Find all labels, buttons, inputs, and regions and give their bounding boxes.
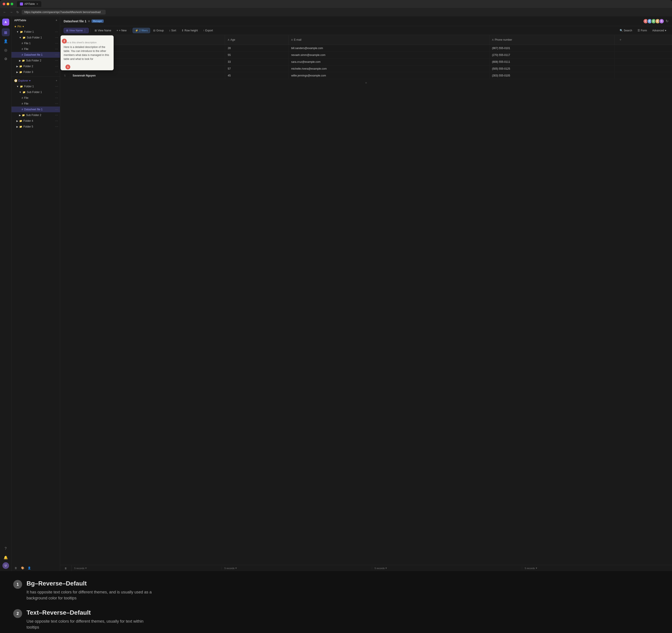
status-section-4[interactable]: 5 records ▾ <box>522 567 672 569</box>
sidebar-icon-globe[interactable]: ◎ <box>2 46 10 54</box>
sidebar-icon-people[interactable]: 👤 <box>2 37 10 45</box>
explorer-subfolder-1[interactable]: ▼ 📁 Sub Folder 1 ⋯ <box>11 89 60 95</box>
table-row[interactable]: 2 Robert Fox 55 nevaeh.simm@example.com … <box>60 52 672 58</box>
explorer-add-btn[interactable]: + <box>56 79 57 82</box>
sidebar-icon-settings[interactable]: ⚙ <box>2 55 10 63</box>
tree-subfolder-1[interactable]: ▼ 📁 Sub Folder 1 ⋯ <box>11 35 60 41</box>
tree-folder-2[interactable]: ▶ 📁 Folder 2 ⋯ <box>11 64 60 69</box>
more-icon[interactable]: ⋯ <box>55 59 58 62</box>
status-section-2[interactable]: 5 records ▾ <box>222 567 372 569</box>
refresh-icon[interactable]: ↻ <box>666 19 669 23</box>
sort-btn[interactable]: ↕ Sort <box>167 28 178 33</box>
status-section-3[interactable]: 5 records ▾ <box>372 567 522 569</box>
refresh-btn[interactable]: ↻ <box>16 10 20 15</box>
tree-datasheet-1[interactable]: # Datasheet file 1 ⋯ <box>11 52 60 58</box>
sidebar-icon-bell[interactable]: 🔔 <box>2 554 10 561</box>
address-bar[interactable]: https://apitable.com/space/spc7sasdasfdf… <box>22 10 106 15</box>
age-cell[interactable]: 45 <box>225 72 288 79</box>
explorer-file-2[interactable]: # File ⋯ <box>11 101 60 106</box>
filter-btn[interactable]: ⚡ 2 filters <box>133 28 150 33</box>
explorer-folder-4[interactable]: ▶ 📁 Folder 4 ⋯ <box>11 118 60 124</box>
phone-cell[interactable]: (505) 555-0125 <box>489 66 615 72</box>
col-age-header[interactable]: A Age <box>225 35 288 45</box>
more-icon[interactable]: ⋯ <box>55 53 58 56</box>
view-name-btn-2[interactable]: ⊞ View Name <box>92 28 113 33</box>
explorer-file-1[interactable]: # File ⋯ <box>11 95 60 101</box>
back-btn[interactable]: ← <box>2 10 7 15</box>
phone-cell[interactable]: (907) 555-0101 <box>489 45 615 52</box>
more-icon[interactable]: ⋯ <box>55 125 58 128</box>
email-cell[interactable]: michelle.rivera@example.com <box>288 66 489 72</box>
tree-file-1[interactable]: # File 1 ⋯ <box>11 41 60 46</box>
browser-tab[interactable]: APITable ✕ <box>17 1 41 7</box>
tree-folder-1[interactable]: ▼ 📁 Folder 1 ⋯ <box>11 29 60 35</box>
more-icon[interactable]: ⋯ <box>55 42 58 45</box>
more-icon[interactable]: ⋯ <box>55 96 58 100</box>
explorer-header[interactable]: 🧭 Explorer ▾ + <box>11 78 60 83</box>
age-cell[interactable]: 33 <box>225 58 288 66</box>
paint-icon-btn[interactable]: 🎨 <box>20 565 26 571</box>
tree-folder-3[interactable]: ▶ 📁 Folder 3 ⋯ <box>11 69 60 75</box>
forward-btn[interactable]: → <box>9 10 14 15</box>
search-btn[interactable]: 🔍 Search <box>617 28 634 33</box>
email-cell[interactable]: willie.jennings@example.com <box>288 72 489 79</box>
row-height-btn[interactable]: ⇕ Row height <box>179 28 200 33</box>
traffic-light-yellow[interactable] <box>7 3 9 5</box>
phone-cell[interactable]: (808) 555-0111 <box>489 58 615 66</box>
explorer-folder-1[interactable]: ▼ 📁 Folder 1 ⋯ <box>11 83 60 89</box>
table-row[interactable]: 1 Cameron Williamson 28 bill.sanders@exa… <box>60 45 672 52</box>
advanced-btn[interactable]: Advanced ▾ <box>650 28 669 33</box>
export-btn[interactable]: ↑ Export <box>201 28 215 33</box>
more-icon[interactable]: ⋯ <box>55 119 58 123</box>
email-cell[interactable]: bill.sanders@example.com <box>288 45 489 52</box>
name-cell[interactable]: Savannah Nguyen <box>70 72 225 79</box>
table-row[interactable]: 3 Darrell Steward 33 sara.cruz@example.c… <box>60 58 672 66</box>
add-col-btn[interactable]: + <box>617 37 624 43</box>
tree-subfolder-2[interactable]: ▶ 📁 Sub Folder 2 ⋯ <box>11 58 60 64</box>
more-icon[interactable]: ⋯ <box>55 36 58 39</box>
table-row[interactable]: 4 Kristin Watson 57 michelle.rivera@exam… <box>60 66 672 72</box>
more-icon[interactable]: ⋯ <box>55 65 58 68</box>
status-section-1[interactable]: 5 records ▾ <box>72 567 222 569</box>
age-cell[interactable]: 28 <box>225 45 288 52</box>
add-col-header[interactable]: + <box>615 35 672 45</box>
more-icon[interactable]: ⋯ <box>55 70 58 74</box>
email-cell[interactable]: nevaeh.simm@example.com <box>288 52 489 58</box>
more-icon[interactable]: ⋯ <box>55 47 58 51</box>
app-logo[interactable]: A <box>2 19 9 26</box>
more-icon[interactable]: ⋯ <box>55 107 58 111</box>
pin-row[interactable]: ★ Pin ▾ <box>11 24 60 29</box>
form-btn[interactable]: ☰ Form <box>635 28 649 33</box>
explorer-subfolder-2[interactable]: ▶ 📁 Sub Folder 2 ⋯ <box>11 112 60 118</box>
age-cell[interactable]: 57 <box>225 66 288 72</box>
col-phone-header[interactable]: A Phone number <box>489 35 615 45</box>
trash-icon-btn[interactable]: 🗑 <box>13 565 19 571</box>
add-item-btn[interactable]: + <box>55 19 57 22</box>
user-avatar[interactable]: U <box>2 562 9 569</box>
more-icon[interactable]: ⋯ <box>55 30 58 33</box>
more-icon[interactable]: ⋯ <box>55 90 58 94</box>
email-cell[interactable]: sara.cruz@example.com <box>288 58 489 66</box>
col-email-header[interactable]: A E-mail <box>288 35 489 45</box>
more-icon[interactable]: ⋯ <box>55 102 58 105</box>
traffic-light-green[interactable] <box>10 3 13 5</box>
view-name-tab[interactable]: ⊞ View Name ⋮ <box>64 28 89 33</box>
traffic-light-red[interactable] <box>3 3 5 5</box>
more-icon[interactable]: ⋯ <box>55 113 58 117</box>
new-btn[interactable]: + + New <box>114 28 129 33</box>
add-row-btn[interactable]: + <box>60 79 672 87</box>
phone-cell[interactable]: (270) 555-0117 <box>489 52 615 58</box>
tree-file-2[interactable]: # File ⋯ <box>11 46 60 52</box>
sidebar-icon-help[interactable]: ? <box>2 544 10 553</box>
explorer-folder-5[interactable]: ▶ 📁 Folder 5 ⋯ <box>11 124 60 129</box>
sidebar-icon-grid[interactable]: ▦ <box>2 28 10 36</box>
phone-cell[interactable]: (303) 555-0105 <box>489 72 615 79</box>
star-btn[interactable]: ☆ <box>88 20 90 23</box>
tab-close-btn[interactable]: ✕ <box>36 3 38 5</box>
person-icon-btn[interactable]: 👤 <box>26 565 32 571</box>
table-row[interactable]: 5 Savannah Nguyen 45 willie.jennings@exa… <box>60 72 672 79</box>
group-btn[interactable]: ⊟ Group <box>151 28 166 33</box>
trash-status-icon[interactable]: 🗑 <box>65 567 67 569</box>
explorer-datasheet-1[interactable]: # Datasheet file 1 ⋯ <box>11 106 60 112</box>
more-icon[interactable]: ⋯ <box>55 84 58 88</box>
